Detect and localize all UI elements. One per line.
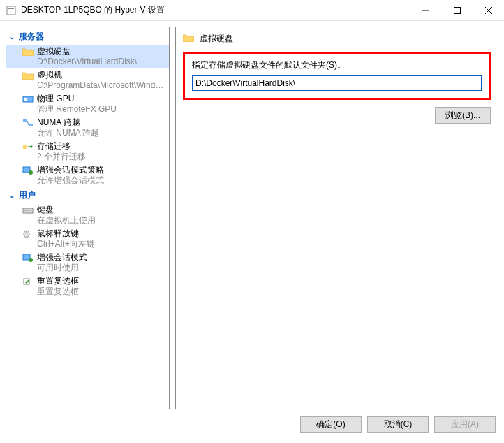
tree-item-storage-migrations[interactable]: 存储迁移 2 个并行迁移 [6, 140, 169, 164]
settings-tree: ⌄ 服务器 虚拟硬盘 D:\Docker\VirtualHardDisk\ 虚拟… [6, 27, 169, 300]
folder-icon [183, 34, 195, 45]
tree-item-label: 鼠标释放键 [37, 228, 95, 239]
tree-item-enhanced-session-mode[interactable]: 增强会话模式 可用时使用 [6, 251, 169, 275]
tree-item-sub: 在虚拟机上使用 [37, 215, 96, 226]
tree-item-sub: 可用时使用 [37, 263, 87, 273]
tree-item-sub: 重置复选框 [37, 286, 79, 297]
titlebar: DESKTOP-1LP5QBO 的 Hyper-V 设置 [0, 0, 504, 21]
svg-rect-8 [23, 119, 27, 122]
tree-item-label: 增强会话模式策略 [37, 165, 104, 175]
keyboard-icon [22, 205, 34, 216]
tree-item-keyboard[interactable]: 键盘 在虚拟机上使用 [6, 203, 169, 227]
tree-item-sub: C:\ProgramData\Microsoft\Windo... [37, 80, 166, 91]
session-mode-icon [22, 252, 34, 263]
tree-item-reset-checkboxes[interactable]: 重置复选框 重置复选框 [6, 275, 169, 298]
tree-header-server[interactable]: ⌄ 服务器 [6, 29, 169, 45]
svg-point-13 [29, 170, 33, 175]
tree-item-label: 虚拟机 [37, 70, 166, 80]
svg-point-19 [29, 258, 33, 262]
window-controls [410, 0, 504, 20]
gpu-icon [22, 94, 34, 105]
tree-item-sub: D:\Docker\VirtualHardDisk\ [37, 57, 137, 67]
svg-rect-1 [8, 8, 14, 9]
migration-icon [22, 141, 34, 152]
maximize-button[interactable] [441, 0, 473, 20]
svg-rect-9 [29, 124, 33, 126]
tree-header-label: 用户 [19, 189, 36, 201]
tree-item-sub: 允许 NUMA 跨越 [37, 128, 99, 138]
tree-item-sub: 允许增强会话模式 [37, 175, 104, 186]
browse-button[interactable]: 浏览(B)... [435, 107, 491, 124]
folder-path-input[interactable] [192, 75, 482, 91]
tree-item-label: 重置复选框 [37, 276, 79, 286]
close-button[interactable] [473, 0, 504, 20]
window-title: DESKTOP-1LP5QBO 的 Hyper-V 设置 [21, 4, 410, 16]
tree-item-sub: 管理 RemoteFX GPU [37, 104, 117, 115]
content-area: ⌄ 服务器 虚拟硬盘 D:\Docker\VirtualHardDisk\ 虚拟… [0, 21, 504, 415]
tree-item-label: 增强会话模式 [37, 252, 87, 263]
app-icon [6, 5, 17, 16]
folder-icon [22, 70, 34, 81]
highlight-box: 指定存储虚拟硬盘文件的默认文件夹(S)。 [183, 52, 491, 100]
dialog-button-bar: 确定(O) 取消(C) 应用(A) [0, 415, 504, 437]
chevron-down-icon: ⌄ [9, 33, 17, 41]
tree-header-label: 服务器 [19, 31, 44, 43]
svg-line-10 [27, 121, 29, 125]
ok-button[interactable]: 确定(O) [300, 416, 362, 433]
tree-item-label: 虚拟硬盘 [37, 46, 137, 57]
svg-rect-3 [454, 7, 460, 13]
detail-header: 虚拟硬盘 [176, 27, 498, 49]
cancel-button[interactable]: 取消(C) [367, 416, 429, 433]
tree-item-label: NUMA 跨越 [37, 117, 99, 128]
detail-title: 虚拟硬盘 [200, 33, 233, 45]
tree-item-sub: 2 个并行迁移 [37, 152, 86, 162]
session-policy-icon [22, 165, 34, 176]
tree-item-virtual-hard-disks[interactable]: 虚拟硬盘 D:\Docker\VirtualHardDisk\ [6, 45, 169, 68]
tree-item-label: 存储迁移 [37, 141, 86, 152]
svg-rect-11 [23, 145, 27, 149]
tree-item-label: 物理 GPU [37, 94, 117, 104]
reset-icon [22, 276, 34, 287]
tree-item-physical-gpu[interactable]: 物理 GPU 管理 RemoteFX GPU [6, 92, 169, 116]
folder-field-label: 指定存储虚拟硬盘文件的默认文件夹(S)。 [192, 59, 482, 71]
mouse-icon [22, 228, 34, 240]
settings-tree-panel: ⌄ 服务器 虚拟硬盘 D:\Docker\VirtualHardDisk\ 虚拟… [6, 27, 170, 409]
tree-item-enhanced-session-policy[interactable]: 增强会话模式策略 允许增强会话模式 [6, 164, 169, 187]
svg-rect-0 [7, 6, 15, 15]
apply-button[interactable]: 应用(A) [434, 416, 496, 433]
tree-item-sub: Ctrl+Alt+向左键 [37, 239, 95, 249]
chevron-down-icon: ⌄ [9, 191, 17, 199]
tree-item-numa-spanning[interactable]: NUMA 跨越 允许 NUMA 跨越 [6, 116, 169, 140]
numa-icon [22, 117, 34, 129]
tree-item-label: 键盘 [37, 205, 96, 215]
svg-rect-7 [24, 98, 27, 101]
tree-header-user[interactable]: ⌄ 用户 [6, 187, 169, 203]
tree-item-virtual-machines[interactable]: 虚拟机 C:\ProgramData\Microsoft\Windo... [6, 68, 169, 92]
folder-icon [22, 46, 34, 57]
detail-body: 指定存储虚拟硬盘文件的默认文件夹(S)。 浏览(B)... [176, 49, 498, 126]
detail-panel: 虚拟硬盘 指定存储虚拟硬盘文件的默认文件夹(S)。 浏览(B)... [175, 27, 498, 409]
tree-item-mouse-release[interactable]: 鼠标释放键 Ctrl+Alt+向左键 [6, 227, 169, 251]
minimize-button[interactable] [410, 0, 441, 20]
